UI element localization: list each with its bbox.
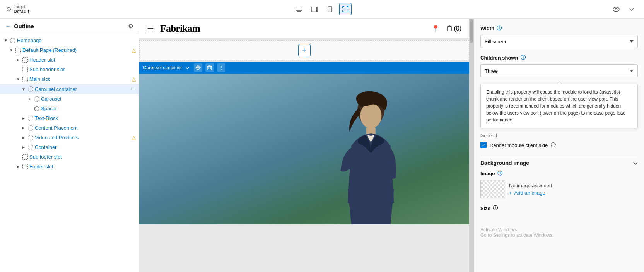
- general-label: General: [480, 133, 638, 139]
- chevron-down-button[interactable]: [625, 3, 638, 15]
- settings-gear-icon[interactable]: ⚙: [128, 22, 133, 30]
- image-placeholder: [480, 180, 505, 198]
- homepage-icon: [10, 38, 15, 43]
- tree-item-video-products[interactable]: ► Video and Products △: [0, 133, 139, 142]
- activate-windows-sub: Go to Settings to activate Windows.: [480, 233, 638, 238]
- spacer-hexagon-icon: [34, 106, 39, 111]
- panel-title: Outline: [14, 23, 125, 29]
- tree-item-homepage[interactable]: ▼ Homepage △: [0, 36, 139, 45]
- tree-item-footer-slot[interactable]: ► Footer slot: [0, 162, 139, 171]
- image-info-area: No image assigned + Add an image: [509, 183, 638, 196]
- width-info-icon[interactable]: ⓘ: [497, 25, 502, 32]
- expand-carousel-container[interactable]: ▼: [21, 86, 26, 92]
- expand-video-products[interactable]: ►: [21, 135, 26, 140]
- tree-item-text-block[interactable]: ► Text-Block: [0, 113, 139, 123]
- header-slot-label: Header slot: [29, 57, 136, 63]
- spacer-label: Spacer: [41, 106, 136, 111]
- homepage-label: Homepage: [17, 38, 129, 43]
- fullscreen-view-button[interactable]: [339, 3, 352, 15]
- canvas-inner: ☰ Fabrikam 📍 (0) + Carousel containe: [139, 19, 469, 272]
- outline-panel: ← Outline ⚙ ▼ Homepage △ ▼ Default Page …: [0, 19, 139, 272]
- back-button[interactable]: ←: [5, 23, 11, 29]
- children-shown-label: Children shown ⓘ: [480, 54, 638, 61]
- chevron-down-icon: [633, 162, 638, 165]
- footer-slot-icon: [22, 164, 28, 169]
- expand-container[interactable]: ►: [21, 145, 26, 150]
- target-icon: ⊙: [6, 5, 11, 13]
- canvas-location-icon: 📍: [431, 24, 440, 33]
- activate-windows-section: Activate Windows Go to Settings to activ…: [480, 227, 638, 238]
- expand-carousel[interactable]: ►: [27, 96, 32, 102]
- tree-item-default-page[interactable]: ▼ Default Page (Required) △: [0, 45, 139, 55]
- text-block-icon: [28, 116, 33, 121]
- tree-item-main-slot[interactable]: ▼ Main slot △: [0, 74, 139, 84]
- carousel-person-figure: [311, 89, 420, 224]
- svg-point-17: [360, 103, 381, 128]
- bg-collapse-button[interactable]: [633, 160, 638, 166]
- tablet-wide-view-button[interactable]: [308, 3, 321, 15]
- carousel-container-more-button[interactable]: ⋯: [130, 86, 136, 92]
- render-client-info-icon[interactable]: ⓘ: [551, 142, 556, 149]
- tree-item-sub-header-slot[interactable]: ► Sub header slot: [0, 65, 139, 74]
- default-page-label: Default Page (Required): [22, 47, 129, 53]
- carousel-container-icon: [28, 86, 33, 92]
- width-select[interactable]: Fill screen Fixed width Auto: [480, 35, 638, 48]
- carousel-bar-move-button[interactable]: [194, 63, 202, 72]
- size-info-icon[interactable]: ⓘ: [493, 205, 498, 212]
- expand-footer-slot[interactable]: ►: [15, 164, 21, 169]
- target-section: ⊙ Target Default: [6, 4, 29, 14]
- delete-icon: [207, 65, 212, 70]
- render-client-checkbox[interactable]: ✓: [480, 142, 487, 148]
- footer-slot-label: Footer slot: [29, 164, 136, 169]
- canvas-hamburger-icon[interactable]: ☰: [147, 24, 154, 33]
- header-slot-icon: [22, 57, 28, 63]
- device-switcher: [293, 3, 352, 15]
- tree-item-sub-footer-slot[interactable]: ► Sub footer slot: [0, 152, 139, 162]
- carousel-bar-delete-button[interactable]: [205, 63, 214, 72]
- add-module-button[interactable]: +: [298, 44, 311, 56]
- checkmark-icon: ✓: [482, 143, 485, 148]
- expand-content-placement[interactable]: ►: [21, 125, 26, 131]
- tree-item-spacer[interactable]: ► Spacer: [0, 104, 139, 113]
- expand-default-page[interactable]: ▼: [9, 48, 14, 53]
- tree-item-carousel-container[interactable]: ▼ Carousel container ⋯: [0, 84, 139, 94]
- expand-text-block[interactable]: ►: [21, 116, 26, 121]
- tree-item-carousel[interactable]: ► Carousel: [0, 94, 139, 104]
- tree-item-header-slot[interactable]: ► Header slot: [0, 55, 139, 65]
- carousel-icon: [34, 96, 39, 102]
- render-client-row: ✓ Render module client side ⓘ: [480, 142, 638, 149]
- expand-header-slot[interactable]: ►: [15, 57, 21, 63]
- video-products-icon: [28, 135, 33, 140]
- expand-homepage[interactable]: ▼: [3, 38, 9, 43]
- image-label: Image ⓘ: [480, 170, 638, 177]
- canvas-cart-count: (0): [454, 25, 461, 32]
- move-icon: [195, 65, 201, 70]
- scrollbar-thumb: [470, 19, 473, 43]
- carousel-bar-more-button[interactable]: ⋮: [217, 63, 225, 72]
- sub-header-slot-label: Sub header slot: [29, 67, 136, 72]
- sub-footer-slot-label: Sub footer slot: [29, 154, 136, 160]
- svg-rect-12: [208, 66, 212, 70]
- carousel-bar-chevron-icon: [185, 67, 189, 69]
- add-image-plus-icon: +: [509, 190, 512, 196]
- size-label: Size ⓘ: [480, 205, 638, 212]
- image-info-icon[interactable]: ⓘ: [497, 170, 502, 177]
- canvas-scrollbar[interactable]: [469, 19, 474, 272]
- view-button[interactable]: [610, 3, 622, 15]
- canvas-cart-area: (0): [446, 25, 461, 32]
- divider: [480, 155, 638, 155]
- carousel-container-bar: Carousel container ⋮: [139, 62, 469, 74]
- children-shown-select[interactable]: One Two Three Four Five: [480, 64, 638, 77]
- add-image-button[interactable]: + Add an image: [509, 190, 545, 196]
- panel-header: ← Outline ⚙: [0, 19, 139, 34]
- desktop-view-button[interactable]: [293, 3, 305, 15]
- tablet-view-button[interactable]: [324, 3, 336, 15]
- tree-item-content-placement[interactable]: ► Content Placement: [0, 123, 139, 133]
- tree-item-container[interactable]: ► Container: [0, 142, 139, 152]
- content-placement-icon: [28, 125, 33, 131]
- expand-main-slot[interactable]: ▼: [15, 77, 21, 82]
- canvas-area: ☰ Fabrikam 📍 (0) + Carousel containe: [139, 19, 474, 272]
- bg-section-title: Background image: [480, 160, 529, 166]
- children-shown-info-icon[interactable]: ⓘ: [521, 54, 526, 61]
- canvas-page-header: ☰ Fabrikam 📍 (0): [139, 19, 469, 39]
